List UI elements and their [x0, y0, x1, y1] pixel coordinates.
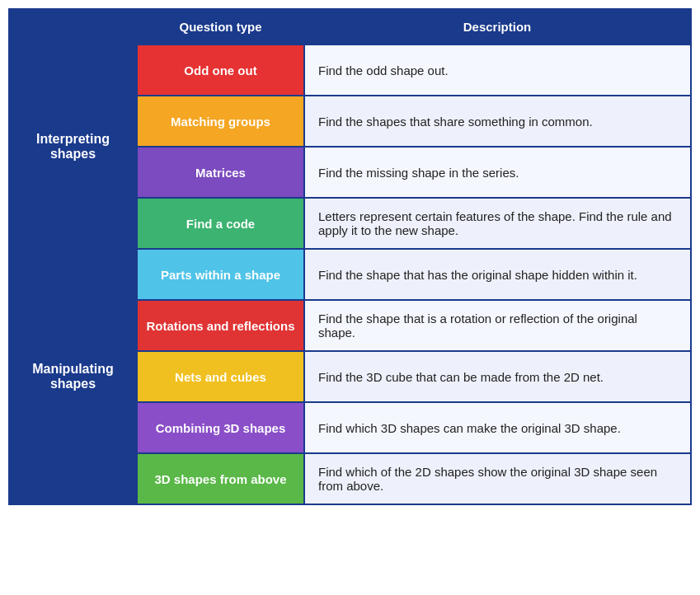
description-cell-0-3: Letters represent certain features of th… — [304, 198, 691, 249]
question-type-badge-1-3: Combining 3D shapes — [138, 403, 303, 452]
question-type-badge-0-0: Odd one out — [138, 45, 303, 95]
description-cell-0-2: Find the missing shape in the series. — [304, 147, 691, 198]
question-type-cell-1-3: Combining 3D shapes — [137, 402, 304, 453]
question-type-badge-1-1: Rotations and reflections — [138, 301, 303, 350]
description-cell-1-4: Find which of the 2D shapes show the ori… — [304, 453, 691, 504]
question-type-badge-1-2: Nets and cubes — [138, 352, 303, 401]
question-type-cell-0-2: Matrices — [137, 147, 304, 198]
description-cell-0-0: Find the odd shape out. — [304, 45, 691, 96]
description-cell-1-3: Find which 3D shapes can make the origin… — [304, 402, 691, 453]
description-cell-1-0: Find the shape that has the original sha… — [304, 249, 691, 300]
description-cell-1-1: Find the shape that is a rotation or ref… — [304, 300, 691, 351]
question-type-badge-1-4: 3D shapes from above — [138, 454, 303, 504]
question-type-cell-1-2: Nets and cubes — [137, 351, 304, 402]
question-type-cell-0-1: Matching groups — [137, 96, 304, 147]
question-type-cell-0-0: Odd one out — [137, 45, 304, 96]
question-type-badge-0-2: Matrices — [138, 148, 303, 197]
question-type-badge-0-1: Matching groups — [138, 96, 303, 146]
question-type-badge-0-3: Find a code — [138, 199, 303, 248]
main-table-wrapper: Question type Description Interpreting s… — [8, 8, 692, 505]
header-col1 — [9, 9, 137, 45]
description-cell-1-2: Find the 3D cube that can be made from t… — [304, 351, 691, 402]
question-type-cell-1-0: Parts within a shape — [137, 249, 304, 300]
question-type-cell-0-3: Find a code — [137, 198, 304, 249]
group-header-1: Manipulating shapes — [9, 249, 137, 504]
description-cell-0-1: Find the shapes that share something in … — [304, 96, 691, 147]
question-type-cell-1-1: Rotations and reflections — [137, 300, 304, 351]
group-header-0: Interpreting shapes — [9, 45, 137, 249]
header-col2: Question type — [137, 9, 304, 45]
question-type-badge-1-0: Parts within a shape — [138, 250, 303, 299]
question-types-table: Question type Description Interpreting s… — [8, 8, 692, 505]
question-type-cell-1-4: 3D shapes from above — [137, 453, 304, 504]
header-col3: Description — [304, 9, 691, 45]
